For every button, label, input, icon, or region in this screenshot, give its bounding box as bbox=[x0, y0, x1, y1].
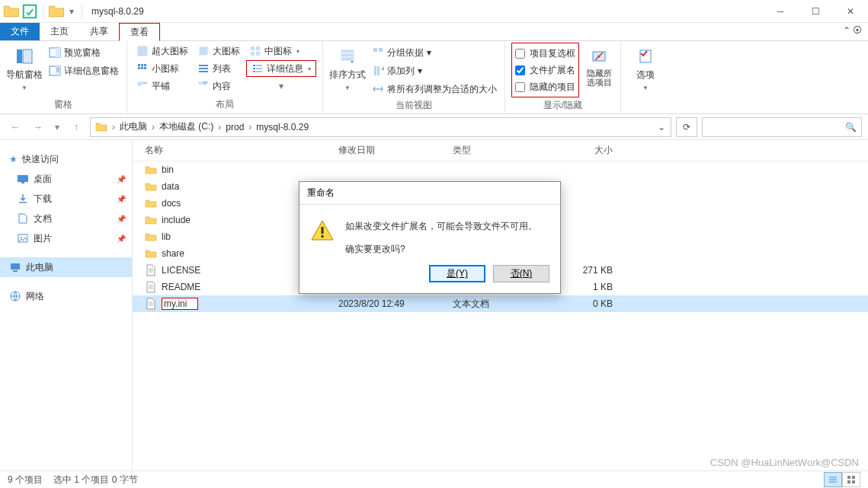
tab-view[interactable]: 查看 bbox=[119, 23, 160, 41]
forward-button[interactable]: → bbox=[29, 118, 47, 136]
view-thumbnails-button[interactable] bbox=[842, 472, 860, 487]
layout-large[interactable]: 大图标 bbox=[194, 43, 243, 59]
ribbon-group-show-hide: 项目复选框 文件扩展名 隐藏的项目 隐藏所选项目 显示/隐藏 bbox=[505, 41, 621, 113]
svg-rect-19 bbox=[141, 67, 143, 69]
tab-home[interactable]: 主页 bbox=[40, 23, 79, 40]
recent-button[interactable]: ▾ bbox=[52, 118, 62, 136]
sidebar-pictures[interactable]: 图片📌 bbox=[0, 228, 132, 248]
item-checkboxes-toggle[interactable]: 项目复选框 bbox=[514, 45, 577, 62]
svg-rect-51 bbox=[11, 263, 20, 270]
file-name: share bbox=[162, 248, 184, 259]
col-size[interactable]: 大小 bbox=[559, 144, 620, 157]
file-name: bin bbox=[162, 164, 174, 175]
svg-rect-47 bbox=[18, 175, 28, 182]
file-row[interactable]: bin bbox=[133, 161, 868, 178]
breadcrumb-dropdown[interactable]: ⌄ bbox=[654, 122, 669, 132]
rename-input[interactable]: my.ini bbox=[162, 298, 198, 310]
svg-rect-11 bbox=[251, 46, 255, 50]
svg-rect-9 bbox=[138, 46, 147, 56]
file-name: LICENSE bbox=[162, 265, 200, 276]
layout-details[interactable]: 详细信息▾ bbox=[246, 60, 316, 77]
sidebar-downloads[interactable]: 下载📌 bbox=[0, 189, 132, 209]
file-name: docs bbox=[162, 198, 181, 209]
dialog-line2: 确实要更改吗? bbox=[345, 241, 537, 258]
fit-columns-button[interactable]: 将所有列调整为合适的大小 bbox=[370, 81, 498, 97]
breadcrumb-drive[interactable]: 本地磁盘 (C:) bbox=[156, 118, 216, 136]
sidebar-network[interactable]: 网络 bbox=[0, 286, 132, 306]
title-bar: ▾ mysql-8.0.29 ─ ☐ ✕ bbox=[0, 0, 868, 23]
qat-dropdown-icon[interactable]: ▾ bbox=[66, 3, 77, 20]
options-button[interactable]: 选项▼ bbox=[627, 43, 664, 91]
collapse-ribbon-button[interactable]: ⌃ ⦿ bbox=[843, 25, 862, 36]
tab-file[interactable]: 文件 bbox=[0, 23, 40, 40]
file-extensions-toggle[interactable]: 文件扩展名 bbox=[514, 62, 577, 78]
svg-rect-28 bbox=[253, 71, 255, 72]
svg-rect-52 bbox=[13, 270, 18, 272]
dialog-no-button[interactable]: 否(N) bbox=[493, 265, 549, 282]
sidebar-this-pc[interactable]: 此电脑 bbox=[0, 257, 132, 277]
layout-content[interactable]: 内容 bbox=[194, 78, 243, 94]
hidden-items-toggle[interactable]: 隐藏的项目 bbox=[514, 78, 577, 95]
svg-rect-38 bbox=[373, 48, 377, 52]
sort-by-button[interactable]: 排序方式▼ bbox=[329, 43, 366, 91]
sidebar-quick-access[interactable]: ★快速访问 bbox=[0, 149, 132, 169]
layout-more[interactable]: ▾ bbox=[246, 78, 316, 94]
ribbon-group-options: 选项▼ bbox=[621, 41, 670, 113]
col-name[interactable]: 名称 bbox=[133, 144, 338, 157]
status-selection: 选中 1 个项目 0 字节 bbox=[53, 474, 138, 486]
svg-rect-10 bbox=[200, 47, 207, 55]
folder-icon bbox=[3, 3, 20, 20]
layout-list[interactable]: 列表 bbox=[194, 60, 243, 77]
svg-rect-1 bbox=[17, 49, 22, 63]
breadcrumb-root-icon[interactable] bbox=[92, 118, 111, 136]
layout-small[interactable]: 小图标 bbox=[133, 60, 191, 77]
refresh-button[interactable]: ⟳ bbox=[676, 117, 697, 137]
file-size: 0 KB bbox=[559, 298, 620, 309]
svg-rect-14 bbox=[256, 52, 260, 56]
col-type[interactable]: 类型 bbox=[453, 144, 559, 157]
column-headers[interactable]: 名称 修改日期 类型 大小 bbox=[133, 140, 868, 161]
breadcrumb-folder[interactable]: mysql-8.0.29 bbox=[253, 118, 312, 136]
layout-extra-large[interactable]: 超大图标 bbox=[133, 43, 191, 59]
svg-text:+: + bbox=[381, 65, 384, 73]
svg-rect-24 bbox=[253, 65, 255, 66]
file-date: 2023/8/20 12:49 bbox=[338, 298, 453, 309]
ribbon-tabs: 文件 主页 共享 查看 ⌃ ⦿ bbox=[0, 23, 868, 41]
maximize-button[interactable]: ☐ bbox=[798, 0, 833, 23]
svg-rect-2 bbox=[23, 49, 32, 63]
svg-rect-17 bbox=[144, 64, 146, 66]
breadcrumb[interactable]: › 此电脑› 本地磁盘 (C:)› prod› mysql-8.0.29 ⌄ bbox=[90, 117, 671, 137]
nav-pane-button[interactable]: 导航窗格 ▼ bbox=[6, 43, 43, 91]
layout-tiles[interactable]: 平铺 bbox=[133, 78, 191, 94]
file-row[interactable]: my.ini2023/8/20 12:49文本文档0 KB bbox=[133, 295, 868, 312]
preview-pane-button[interactable]: 预览窗格 bbox=[47, 44, 120, 61]
search-icon: 🔍 bbox=[845, 122, 857, 132]
add-columns-button[interactable]: +添加列 ▾ bbox=[370, 62, 498, 79]
svg-rect-13 bbox=[251, 52, 255, 56]
col-date[interactable]: 修改日期 bbox=[338, 144, 453, 157]
close-button[interactable]: ✕ bbox=[833, 0, 868, 23]
search-box[interactable]: 🔍 bbox=[702, 117, 862, 137]
minimize-button[interactable]: ─ bbox=[763, 0, 798, 23]
window-title: mysql-8.0.29 bbox=[91, 6, 144, 17]
tab-share[interactable]: 共享 bbox=[79, 23, 119, 40]
details-pane-button[interactable]: 详细信息窗格 bbox=[47, 62, 120, 79]
qat-save-icon[interactable] bbox=[21, 3, 38, 20]
breadcrumb-prod[interactable]: prod bbox=[223, 118, 247, 136]
status-count: 9 个项目 bbox=[8, 474, 43, 486]
group-by-button[interactable]: 分组依据 ▾ bbox=[370, 44, 498, 61]
svg-rect-30 bbox=[138, 82, 142, 85]
up-button[interactable]: ↑ bbox=[67, 118, 85, 136]
back-button[interactable]: ← bbox=[6, 118, 24, 136]
svg-rect-40 bbox=[374, 66, 376, 75]
hide-selected-button[interactable]: 隐藏所选项目 bbox=[584, 43, 614, 87]
view-details-button[interactable] bbox=[824, 472, 842, 487]
dialog-yes-button[interactable]: 是(Y) bbox=[429, 265, 485, 282]
layout-medium[interactable]: 中图标▾ bbox=[246, 43, 316, 59]
svg-rect-63 bbox=[322, 227, 324, 234]
sidebar-desktop[interactable]: 桌面📌 bbox=[0, 169, 132, 189]
breadcrumb-this-pc[interactable]: 此电脑 bbox=[117, 118, 150, 136]
folder-icon bbox=[48, 3, 65, 20]
sidebar-documents[interactable]: 文档📌 bbox=[0, 209, 132, 228]
warning-icon bbox=[310, 218, 335, 243]
